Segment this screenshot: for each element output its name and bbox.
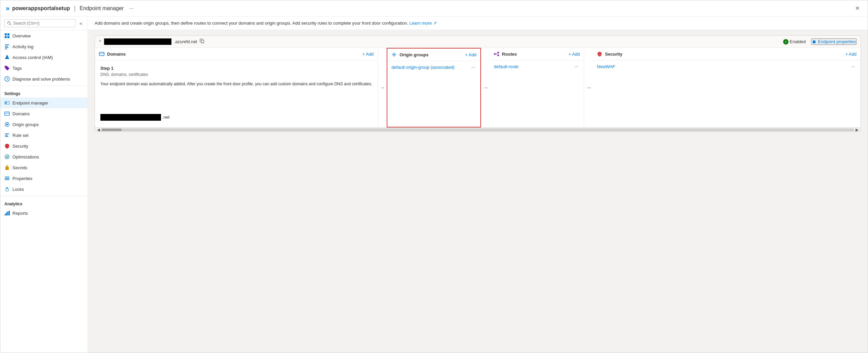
sidebar-item-diagnose[interactable]: Diagnose and solve problems — [0, 73, 88, 84]
domains-col-title: Domains — [107, 52, 126, 57]
security-add-button[interactable]: + Add — [845, 52, 857, 57]
sidebar-item-locks[interactable]: Locks — [0, 184, 88, 195]
learn-more-link[interactable]: Learn more ↗ — [409, 21, 436, 26]
diagnose-icon — [4, 76, 10, 82]
sidebar-item-properties-label: Properties — [12, 176, 32, 181]
sidebar-item-reports[interactable]: Reports — [0, 208, 88, 218]
scrollbar-thumb[interactable] — [101, 128, 122, 131]
collapse-sidebar-button[interactable]: « — [78, 19, 84, 27]
sidebar-item-overview[interactable]: Overview — [0, 30, 88, 41]
origin-group-item-0[interactable]: default-origin-group (associated) ··· — [388, 62, 480, 72]
origin-groups-add-button[interactable]: + Add — [465, 52, 476, 57]
step1-desc: Your endpoint domain was automatically a… — [100, 81, 372, 87]
resource-name: powerappsportalsetup — [12, 5, 70, 11]
rule-set-icon — [4, 133, 10, 138]
sidebar-item-tags-label: Tags — [12, 66, 22, 71]
sidebar-item-optimizations-label: Optimizations — [12, 154, 39, 159]
sidebar: « Overview Activity log — [0, 17, 88, 353]
sidebar-item-tags[interactable]: Tags — [0, 63, 88, 73]
security-more-0[interactable]: ··· — [850, 63, 857, 70]
sidebar-item-domains-label: Domains — [12, 111, 30, 116]
copy-domain-button[interactable] — [200, 39, 205, 45]
security-column-header: Security + Add — [593, 48, 861, 60]
origin-groups-col-icon — [392, 52, 397, 57]
step1-sublabel: DNS, domains, certificates — [100, 72, 372, 77]
domains-add-button[interactable]: + Add — [363, 52, 374, 57]
svg-rect-20 — [5, 177, 9, 177]
svg-rect-18 — [5, 136, 8, 137]
route-item-0[interactable]: default-route ··· — [490, 62, 584, 71]
domain-bottom-suffix: .net — [162, 115, 170, 120]
origin-groups-column-header: Origin groups + Add — [388, 49, 480, 61]
arrow-2: → — [481, 84, 490, 91]
sidebar-item-access-control[interactable]: Access control (IAM) — [0, 52, 88, 63]
header-divider: | — [74, 5, 76, 12]
security-link-0[interactable]: NewWAF — [597, 64, 615, 69]
svg-rect-16 — [5, 134, 9, 134]
svg-rect-4 — [5, 45, 9, 45]
tags-icon — [4, 65, 10, 71]
routes-col-title: Routes — [502, 52, 517, 57]
endpoint-name-redacted — [104, 38, 172, 45]
sidebar-item-reports-label: Reports — [12, 211, 28, 216]
access-control-icon — [4, 55, 10, 60]
sidebar-item-rule-set[interactable]: Rule set — [0, 130, 88, 141]
sidebar-item-endpoint-manager[interactable]: Endpoint manager — [0, 97, 88, 108]
sidebar-item-endpoint-manager-label: Endpoint manager — [12, 100, 48, 106]
origin-group-more-0[interactable]: ··· — [470, 64, 476, 70]
origin-groups-icon — [4, 122, 10, 127]
sidebar-item-properties[interactable]: Properties — [0, 173, 88, 184]
search-box[interactable] — [4, 19, 75, 27]
endpoint-header: ^ .azurefd.net Enabled — [95, 36, 861, 48]
security-item-0[interactable]: NewWAF ··· — [593, 62, 861, 71]
activity-log-icon — [4, 44, 10, 49]
routes-add-button[interactable]: + Add — [568, 52, 580, 57]
search-input[interactable] — [13, 21, 72, 26]
page-title: Endpoint manager — [80, 5, 124, 11]
svg-rect-2 — [5, 36, 7, 38]
sidebar-item-optimizations[interactable]: Optimizations — [0, 151, 88, 162]
svg-rect-6 — [5, 47, 8, 48]
routes-column-body: default-route ··· — [490, 60, 584, 127]
body: « Overview Activity log — [0, 17, 868, 353]
sidebar-item-domains[interactable]: Domains — [0, 108, 88, 119]
main-content: Add domains and create origin groups, th… — [88, 17, 868, 353]
svg-rect-22 — [5, 179, 9, 180]
scroll-right-button[interactable]: ▶ — [854, 127, 860, 132]
svg-point-35 — [497, 52, 499, 54]
domains-icon — [4, 111, 10, 116]
endpoint-collapse-button[interactable]: ^ — [99, 39, 101, 45]
sidebar-item-origin-groups[interactable]: Origin groups — [0, 119, 88, 130]
svg-rect-26 — [7, 211, 8, 215]
route-more-0[interactable]: ··· — [573, 63, 580, 70]
close-button[interactable]: ✕ — [852, 4, 862, 13]
external-link-icon: ↗ — [433, 21, 437, 26]
svg-rect-24 — [5, 214, 6, 215]
horizontal-scrollbar[interactable]: ◀ ▶ — [95, 127, 861, 131]
domains-column-header: Domains + Add — [95, 48, 378, 60]
search-icon — [7, 21, 11, 25]
scrollbar-track[interactable] — [101, 128, 854, 131]
sidebar-item-secrets[interactable]: Secrets — [0, 162, 88, 173]
origin-group-link-0[interactable]: default-origin-group (associated) — [392, 65, 454, 70]
svg-rect-29 — [99, 52, 104, 56]
optimizations-icon — [4, 154, 10, 159]
routes-column-header: Routes + Add — [490, 48, 584, 60]
sidebar-item-access-control-label: Access control (IAM) — [12, 55, 53, 60]
header-more-icon[interactable]: ··· — [129, 5, 133, 11]
domains-col-icon — [99, 51, 104, 57]
route-link-0[interactable]: default-route — [494, 64, 518, 69]
arrow-1: → — [378, 84, 387, 91]
origin-groups-col-title: Origin groups — [400, 52, 429, 57]
sidebar-item-rule-set-label: Rule set — [12, 133, 29, 138]
sidebar-item-security[interactable]: Security — [0, 141, 88, 151]
origin-groups-column-title-area: Origin groups — [392, 52, 429, 57]
routes-col-icon — [494, 51, 499, 57]
endpoint-properties-button[interactable]: Endpoint properties — [811, 38, 857, 45]
svg-rect-1 — [7, 33, 9, 35]
domain-redacted-bottom — [100, 114, 161, 121]
scroll-left-button[interactable]: ◀ — [96, 127, 101, 132]
sidebar-item-activity-log[interactable]: Activity log — [0, 41, 88, 52]
header: » powerappsportalsetup | Endpoint manage… — [0, 0, 868, 17]
svg-rect-12 — [5, 112, 9, 115]
